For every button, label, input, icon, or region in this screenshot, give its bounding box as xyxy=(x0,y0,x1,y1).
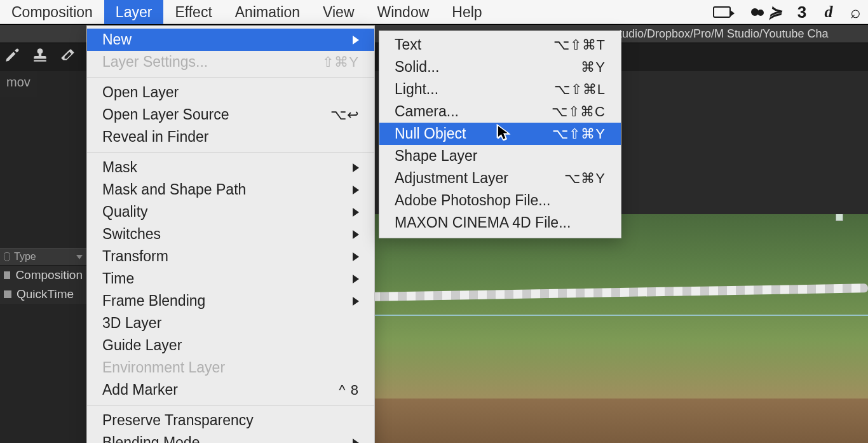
item-icon xyxy=(4,271,10,279)
menu-item-label: Adobe Photoshop File... xyxy=(395,191,606,210)
menu-item-label: Camera... xyxy=(395,102,552,121)
project-row[interactable]: QuickTime xyxy=(0,285,86,304)
layer-handle[interactable] xyxy=(836,214,843,221)
layer-dropdown-menu: NewLayer Settings...⇧⌘YOpen LayerOpen La… xyxy=(86,25,375,443)
menu-item-shortcut: ⇧⌘Y xyxy=(322,52,359,72)
menubar: Composition Layer Effect Animation View … xyxy=(0,0,868,24)
layer-menu-item[interactable]: Reveal in Finder xyxy=(87,126,374,148)
menu-view[interactable]: View xyxy=(311,0,365,24)
menu-item-label: Adjustment Layer xyxy=(395,168,564,188)
location-icon xyxy=(4,252,10,261)
layer-menu-item[interactable]: Preserve Transparency xyxy=(87,409,374,432)
item-type-label: Composition xyxy=(15,268,83,282)
menu-item-label: Transform xyxy=(102,247,346,266)
menu-item-label: New xyxy=(102,30,346,50)
menu-window[interactable]: Window xyxy=(366,0,441,24)
menu-item-label: Time xyxy=(102,269,346,289)
menu-help[interactable]: Help xyxy=(440,0,493,24)
panel-tab[interactable]: mov xyxy=(0,71,37,97)
layer-new-submenu: Text⌥⇧⌘TSolid...⌘YLight...⌥⇧⌘LCamera...⌥… xyxy=(379,31,621,238)
layer-menu-item[interactable]: 3D Layer xyxy=(87,312,374,334)
menu-item-shortcut: ⌥⇧⌘C xyxy=(552,102,606,121)
new-submenu-item[interactable]: Null Object⌥⇧⌘Y xyxy=(379,123,621,145)
menu-item-label: Blending Mode xyxy=(102,433,346,443)
layer-menu-item[interactable]: Frame Blending xyxy=(87,290,374,312)
column-label: Type xyxy=(14,251,36,262)
menu-item-label: Light... xyxy=(395,79,554,99)
camera-icon[interactable] xyxy=(712,2,732,22)
menu-item-label: Open Layer xyxy=(102,83,359,102)
menu-item-label: Null Object xyxy=(395,124,552,144)
submenu-arrow-icon xyxy=(353,275,359,283)
layer-menu-item[interactable]: Guide Layer xyxy=(87,334,374,357)
menu-item-label: MAXON CINEMA 4D File... xyxy=(395,213,615,233)
menu-layer[interactable]: Layer xyxy=(104,0,164,24)
menu-item-label: Open Layer Source xyxy=(102,105,330,125)
menu-item-shortcut: ^ 8 xyxy=(339,380,359,400)
search-icon[interactable]: ⌕ xyxy=(845,2,865,22)
layer-menu-item[interactable]: Add Marker^ 8 xyxy=(87,379,374,401)
layer-menu-item[interactable]: Mask xyxy=(87,156,374,179)
new-submenu-item[interactable]: Shape Layer xyxy=(379,145,621,167)
menu-item-label: Guide Layer xyxy=(102,336,359,355)
menu-item-label: Preserve Transparency xyxy=(102,411,359,430)
layer-menu-item[interactable]: New xyxy=(87,29,374,51)
column-header-type[interactable]: Type xyxy=(0,248,86,266)
item-type-label: QuickTime xyxy=(17,287,74,301)
menu-item-label: Mask and Shape Path xyxy=(102,180,346,200)
menu-item-label: Quality xyxy=(102,202,346,222)
swirl-icon[interactable]: ≽ xyxy=(765,2,785,22)
layer-menu-item[interactable]: Mask and Shape Path xyxy=(87,179,374,201)
submenu-arrow-icon xyxy=(353,186,359,194)
menu-item-label: Reveal in Finder xyxy=(102,127,359,147)
menu-composition[interactable]: Composition xyxy=(0,0,104,24)
menu-item-shortcut: ⌥⇧⌘L xyxy=(554,79,606,99)
layer-menu-item[interactable]: Quality xyxy=(87,201,374,223)
menu-item-shortcut: ⌥⇧⌘T xyxy=(553,35,606,55)
menu-effect[interactable]: Effect xyxy=(163,0,223,24)
d-icon[interactable]: d xyxy=(818,2,839,22)
ae-icons-3[interactable]: 3 xyxy=(792,2,812,22)
menu-item-label: Environment Layer xyxy=(102,358,359,378)
layer-menu-item: Layer Settings...⇧⌘Y xyxy=(87,51,374,73)
layer-menu-item[interactable]: Open Layer xyxy=(87,81,374,104)
project-panel: Type Composition QuickTime xyxy=(0,248,86,304)
submenu-arrow-icon xyxy=(353,297,359,306)
layer-menu-item: Environment Layer xyxy=(87,357,374,379)
menu-item-label: Frame Blending xyxy=(102,291,346,311)
stamp-tool-icon[interactable] xyxy=(32,47,48,67)
menu-item-label: Layer Settings... xyxy=(102,52,322,72)
layer-menu-separator xyxy=(87,152,374,153)
menu-item-shortcut: ⌥⌘Y xyxy=(564,168,606,188)
layer-menu-item[interactable]: Blending Mode xyxy=(87,432,374,443)
new-submenu-item[interactable]: Text⌥⇧⌘T xyxy=(379,34,621,56)
layer-menu-item[interactable]: Switches xyxy=(87,223,374,245)
menu-item-shortcut: ⌥⇧⌘Y xyxy=(552,124,606,144)
menu-item-shortcut: ⌥↩ xyxy=(330,105,359,125)
menu-item-label: Shape Layer xyxy=(395,146,606,166)
new-submenu-item[interactable]: MAXON CINEMA 4D File... xyxy=(379,212,621,234)
new-submenu-item[interactable]: Solid...⌘Y xyxy=(379,56,621,78)
eraser-tool-icon[interactable] xyxy=(60,47,76,67)
new-submenu-item[interactable]: Light...⌥⇧⌘L xyxy=(379,78,621,100)
menu-item-label: Solid... xyxy=(395,57,581,77)
menu-item-label: Switches xyxy=(102,224,346,244)
new-submenu-item[interactable]: Adobe Photoshop File... xyxy=(379,189,621,212)
submenu-arrow-icon xyxy=(353,163,359,172)
menu-item-label: Mask xyxy=(102,158,346,177)
layer-menu-item[interactable]: Time xyxy=(87,268,374,290)
item-icon xyxy=(4,290,11,298)
sort-indicator-icon xyxy=(76,255,83,259)
layer-menu-item[interactable]: Open Layer Source⌥↩ xyxy=(87,104,374,126)
menu-animation[interactable]: Animation xyxy=(224,0,311,24)
new-submenu-item[interactable]: Adjustment Layer⌥⌘Y xyxy=(379,167,621,189)
menu-item-label: Add Marker xyxy=(102,380,339,400)
project-row[interactable]: Composition xyxy=(0,266,86,285)
new-submenu-item[interactable]: Camera...⌥⇧⌘C xyxy=(379,100,621,123)
submenu-arrow-icon xyxy=(353,230,359,239)
brush-tool-icon[interactable] xyxy=(4,47,20,67)
menu-item-shortcut: ⌘Y xyxy=(581,57,606,77)
layer-menu-separator xyxy=(87,405,374,406)
layer-menu-item[interactable]: Transform xyxy=(87,245,374,268)
layer-menu-separator xyxy=(87,77,374,78)
